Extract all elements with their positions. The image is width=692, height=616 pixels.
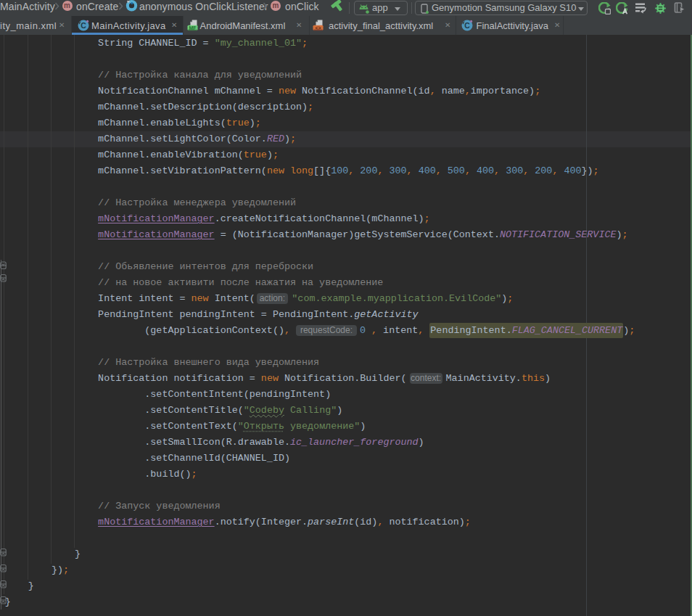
svg-text:MF: MF — [189, 25, 197, 30]
svg-text:C: C — [81, 21, 86, 30]
svg-text:C: C — [464, 21, 470, 30]
svg-text:<>: <> — [315, 25, 321, 30]
